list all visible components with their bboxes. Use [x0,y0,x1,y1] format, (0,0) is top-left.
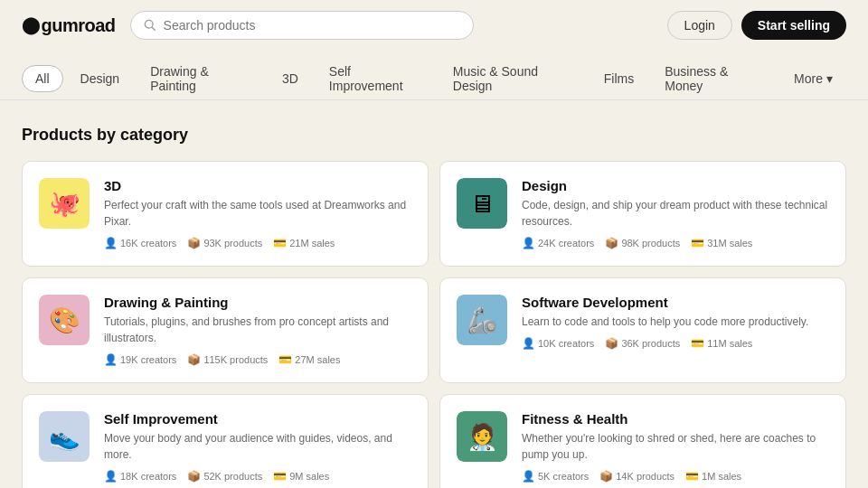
logo[interactable]: ⬤ gumroad [22,15,116,36]
nav-item-music-sound[interactable]: Music & Sound Design [439,58,587,99]
stat-creators: 👤19K creators [104,353,176,366]
categories-grid: 🐙 3D Perfect your craft with the same to… [22,161,846,488]
category-name: Fitness & Health [522,411,829,427]
start-selling-button[interactable]: Start selling [741,11,846,40]
sales-icon: 💳 [691,237,704,249]
category-image: 🦾 [457,295,507,345]
category-card[interactable]: 🎨 Drawing & Painting Tutorials, plugins,… [22,277,429,383]
category-card[interactable]: 🦾 Software Development Learn to code and… [439,277,846,383]
category-card[interactable]: 🧑‍⚕️ Fitness & Health Whether you're loo… [439,394,846,488]
stat-products: 📦36K products [605,337,680,350]
creators-icon: 👤 [104,237,118,249]
svg-text:🧑‍⚕️: 🧑‍⚕️ [467,422,498,452]
stat-sales: 💳1M sales [685,470,741,483]
category-name: 3D [104,178,411,193]
sales-icon: 💳 [691,337,704,350]
stat-sales: 💳31M sales [691,237,752,249]
category-card[interactable]: 🖥 Design Code, design, and ship your dre… [439,161,846,267]
stat-products: 📦98K products [605,237,680,249]
svg-text:🦾: 🦾 [467,305,498,335]
stat-creators: 👤18K creators [104,470,176,483]
stat-products: 📦14K products [599,470,675,483]
main-nav: All Design Drawing & Painting 3D Self Im… [22,51,846,99]
nav-more-label: More [794,71,823,86]
category-stats: 👤16K creators 📦93K products 💳21M sales [104,237,411,249]
svg-text:👟: 👟 [49,422,80,452]
category-image: 🎨 [39,295,90,345]
sales-icon: 💳 [273,237,287,249]
category-stats: 👤18K creators 📦52K products 💳9M sales [104,470,411,483]
products-icon: 📦 [599,470,613,483]
products-icon: 📦 [605,237,618,249]
stat-sales: 💳11M sales [691,337,752,350]
nav-item-drawing-painting[interactable]: Drawing & Painting [137,58,265,99]
category-stats: 👤10K creators 📦36K products 💳11M sales [522,337,829,350]
nav-item-more[interactable]: More ▾ [780,65,846,92]
logo-icon: ⬤ [22,15,40,35]
nav-item-design[interactable]: Design [67,65,134,92]
category-stats: 👤19K creators 📦115K products 💳27M sales [104,353,411,366]
creators-icon: 👤 [522,470,535,483]
section-title: Products by category [22,126,846,145]
svg-text:🎨: 🎨 [49,305,80,335]
stat-products: 📦93K products [187,237,262,249]
stat-creators: 👤5K creators [522,470,589,483]
sales-icon: 💳 [273,470,287,483]
category-info: Fitness & Health Whether you're looking … [522,411,829,483]
main-content: Products by category 🐙 3D Perfect your c… [0,100,868,488]
category-card[interactable]: 🐙 3D Perfect your craft with the same to… [22,161,429,267]
category-image: 🐙 [39,178,90,229]
creators-icon: 👤 [104,470,118,483]
products-icon: 📦 [187,237,201,249]
category-name: Design [522,178,829,193]
stat-products: 📦115K products [187,353,268,366]
category-desc: Perfect your craft with the same tools u… [104,197,411,230]
header: ⬤ gumroad Login Start selling All Design… [0,0,868,100]
category-desc: Whether you're looking to shred or shed,… [522,430,829,463]
stat-sales: 💳9M sales [273,470,329,483]
category-stats: 👤5K creators 📦14K products 💳1M sales [522,470,829,483]
stat-creators: 👤16K creators [104,237,176,249]
category-desc: Code, design, and ship your dream produc… [522,197,829,230]
category-info: Self Improvement Move your body and your… [104,411,411,483]
nav-item-3d[interactable]: 3D [269,65,312,92]
nav-item-all[interactable]: All [22,65,63,92]
stat-sales: 💳21M sales [273,237,335,249]
category-info: 3D Perfect your craft with the same tool… [104,178,411,249]
category-card[interactable]: 👟 Self Improvement Move your body and yo… [22,394,429,488]
category-name: Drawing & Painting [104,295,411,310]
category-desc: Tutorials, plugins, and brushes from pro… [104,314,411,346]
nav-item-films[interactable]: Films [590,65,647,92]
stat-creators: 👤24K creators [522,237,594,249]
login-button[interactable]: Login [667,11,732,40]
svg-text:🐙: 🐙 [49,189,80,219]
sales-icon: 💳 [685,470,699,483]
category-info: Design Code, design, and ship your dream… [522,178,829,249]
svg-line-1 [152,27,155,30]
creators-icon: 👤 [522,337,535,350]
search-input[interactable] [164,18,460,33]
category-name: Self Improvement [104,411,411,427]
category-image: 👟 [39,411,90,462]
logo-text: gumroad [42,15,116,36]
category-info: Drawing & Painting Tutorials, plugins, a… [104,295,411,366]
category-desc: Move your body and your audience with gu… [104,430,411,463]
category-name: Software Development [522,295,829,310]
search-icon [144,19,156,32]
category-image: 🖥 [457,178,507,229]
nav-item-business-money[interactable]: Business & Money [651,58,777,99]
creators-icon: 👤 [104,353,118,366]
nav-item-self-improvement[interactable]: Self Improvement [316,58,436,99]
search-bar[interactable] [130,11,474,40]
products-icon: 📦 [187,353,201,366]
category-stats: 👤24K creators 📦98K products 💳31M sales [522,237,829,249]
header-actions: Login Start selling [667,11,846,40]
category-info: Software Development Learn to code and t… [522,295,829,350]
category-desc: Learn to code and tools to help you code… [522,314,829,330]
products-icon: 📦 [605,337,618,350]
creators-icon: 👤 [522,237,535,249]
stat-creators: 👤10K creators [522,337,594,350]
svg-text:🖥: 🖥 [469,190,495,218]
stat-products: 📦52K products [187,470,262,483]
stat-sales: 💳27M sales [278,353,340,366]
